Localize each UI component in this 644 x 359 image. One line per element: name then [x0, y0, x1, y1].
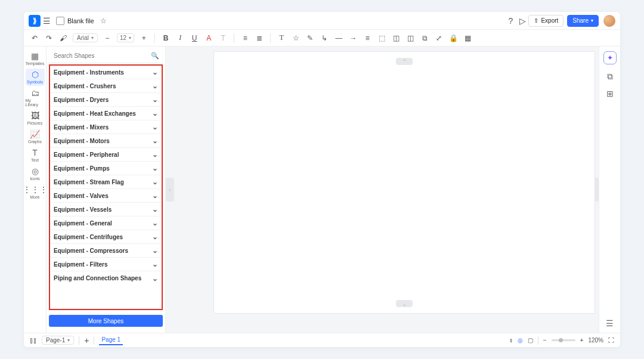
category-label: Equipment - Dryers	[54, 97, 109, 103]
category-item[interactable]: Equipment - Peripheral⌄	[50, 148, 162, 162]
chevron-down-icon: ⌄	[152, 246, 158, 255]
align-options-icon[interactable]: ≣	[255, 34, 264, 42]
font-select[interactable]: Arial ▾	[73, 33, 98, 42]
search-input[interactable]	[52, 52, 151, 60]
rail-item-graphs[interactable]: 📈Graphs	[26, 128, 45, 146]
line-weight-icon[interactable]: ≡	[363, 34, 372, 42]
category-item[interactable]: Equipment - Crushers⌄	[50, 79, 162, 93]
category-label: Equipment - Peripheral	[54, 151, 119, 158]
text-tool-icon[interactable]: T	[277, 33, 286, 42]
category-item[interactable]: Equipment - General⌄	[50, 216, 162, 230]
category-item[interactable]: Equipment - Filters⌄	[50, 258, 162, 271]
format-painter-icon[interactable]: 🖌	[58, 34, 68, 42]
page-select[interactable]: Page-1 ▾	[42, 336, 74, 345]
search-icon[interactable]: 🔍	[151, 52, 159, 60]
rail-item-pictures[interactable]: 🖼Pictures	[26, 110, 45, 127]
bring-front-icon[interactable]: ⧉	[420, 34, 429, 42]
rail-item-text[interactable]: TText	[26, 147, 45, 164]
font-color-icon[interactable]: A	[204, 34, 213, 42]
category-item[interactable]: Equipment - Mixers⌄	[50, 120, 162, 134]
file-name: Blank file	[67, 17, 94, 24]
fullscreen-icon[interactable]: ⛶	[608, 337, 614, 343]
category-label: Piping and Connection Shapes	[54, 275, 141, 281]
chevron-down-icon: ⌄	[152, 68, 158, 76]
avatar[interactable]	[603, 15, 615, 27]
search-shapes: 🔍	[49, 49, 163, 63]
rail-icon: ⬡	[32, 70, 39, 79]
category-item[interactable]: Equipment - Valves⌄	[50, 189, 162, 203]
rail-item-my-library[interactable]: 🗂My Library	[26, 87, 45, 109]
category-item[interactable]: Equipment - Compressors⌄	[50, 244, 162, 258]
bold-icon[interactable]: B	[161, 34, 171, 42]
layers-toggle-icon[interactable]: ⫾	[510, 337, 513, 343]
chevron-down-icon: ▾	[91, 35, 94, 41]
rail-item-templates[interactable]: ▦Templates	[26, 50, 45, 67]
connector-icon[interactable]: ↳	[320, 34, 329, 42]
ungroup-icon[interactable]: ◫	[405, 34, 415, 42]
share-button[interactable]: Share ▾	[567, 15, 599, 27]
category-item[interactable]: Equipment - Stream Flag⌄	[50, 175, 162, 189]
rail-icon: ⋮⋮⋮	[24, 185, 48, 194]
category-item[interactable]: Equipment - Centrifuges⌄	[50, 230, 162, 244]
rail-label: Templates	[26, 61, 45, 66]
category-item[interactable]: Equipment - Instruments⌄	[50, 66, 162, 79]
redo-icon[interactable]: ↷	[44, 34, 54, 42]
export-button[interactable]: ⇪ Export	[528, 15, 564, 27]
align-left-icon[interactable]: ≡	[240, 34, 250, 42]
layers-icon[interactable]: ⧉	[607, 72, 613, 82]
italic-icon[interactable]: I	[175, 33, 185, 42]
table-icon[interactable]: ▦	[463, 34, 472, 42]
underline-icon[interactable]: U	[190, 34, 199, 42]
rail-icon: T	[32, 148, 38, 157]
increase-font-icon[interactable]: +	[139, 34, 148, 42]
category-label: Equipment - Instruments	[54, 69, 124, 76]
zoom-in-button[interactable]: +	[580, 337, 584, 343]
arrow-style-icon[interactable]: →	[348, 34, 358, 42]
category-item[interactable]: Equipment - Pumps⌄	[50, 162, 162, 175]
page-nav-icon[interactable]: ⫿⫿	[30, 336, 37, 345]
fill-icon[interactable]: ⬚	[377, 34, 386, 42]
decrease-font-icon[interactable]: −	[103, 34, 112, 42]
rail-item-symbols[interactable]: ⬡Symbols	[26, 69, 45, 86]
app-logo[interactable]: ⟫	[29, 15, 41, 27]
category-item[interactable]: Equipment - Heat Exchanges⌄	[50, 107, 162, 120]
settings-list-icon[interactable]: ☰	[606, 318, 614, 328]
bookmark-icon[interactable]: ☆	[291, 34, 301, 42]
category-item[interactable]: Equipment - Motors⌄	[50, 134, 162, 148]
highlight-icon[interactable]: T	[218, 34, 228, 42]
guides-icon[interactable]: ▢	[528, 337, 533, 343]
category-item[interactable]: Equipment - Dryers⌄	[50, 93, 162, 107]
lock-icon[interactable]: 🔒	[448, 34, 458, 42]
file-title[interactable]: Blank file	[56, 17, 94, 25]
help-icon[interactable]: ?	[504, 16, 516, 26]
page-scroll-down[interactable]: ⌄	[396, 300, 413, 307]
resize-icon[interactable]: ⤢	[434, 34, 444, 42]
shape-categories: Equipment - Instruments⌄Equipment - Crus…	[49, 64, 163, 310]
zoom-out-button[interactable]: −	[543, 337, 547, 343]
add-page-button[interactable]: +	[84, 336, 89, 345]
pen-tool-icon[interactable]: ✎	[305, 34, 315, 42]
zoom-slider[interactable]	[552, 339, 575, 341]
category-item[interactable]: Piping and Connection Shapes⌄	[50, 271, 162, 285]
line-style-icon[interactable]: ―	[334, 34, 343, 42]
page-tab[interactable]: Page 1	[99, 335, 123, 345]
group-icon[interactable]: ◫	[391, 34, 401, 42]
menu-button[interactable]: ☰	[41, 16, 52, 26]
apps-icon[interactable]: ⊞	[606, 89, 614, 98]
page-scroll-up[interactable]: ⌃	[396, 58, 413, 65]
canvas-page[interactable]: ⌃ ⌄	[213, 51, 595, 314]
panel-collapse-left[interactable]: ‹	[166, 178, 174, 202]
outline-icon[interactable]: ◎	[518, 337, 523, 343]
canvas[interactable]: ‹ › ⌃ ⌄	[166, 47, 599, 333]
favorite-icon[interactable]: ☆	[100, 17, 107, 25]
rail-item-more[interactable]: ⋮⋮⋮More	[26, 184, 45, 201]
more-shapes-button[interactable]: More Shapes	[49, 315, 163, 327]
rail-item-icons[interactable]: ◎Icons	[26, 165, 45, 182]
zoom-level[interactable]: 120%	[588, 337, 603, 343]
undo-icon[interactable]: ↶	[30, 34, 39, 42]
ai-sparkle-icon[interactable]: ✦	[603, 51, 617, 64]
category-item[interactable]: Equipment - Vessels⌄	[50, 203, 162, 216]
font-size-select[interactable]: 12 ▾	[117, 33, 134, 42]
play-icon[interactable]: ▷	[516, 16, 528, 26]
chevron-down-icon: ⌄	[152, 274, 158, 283]
